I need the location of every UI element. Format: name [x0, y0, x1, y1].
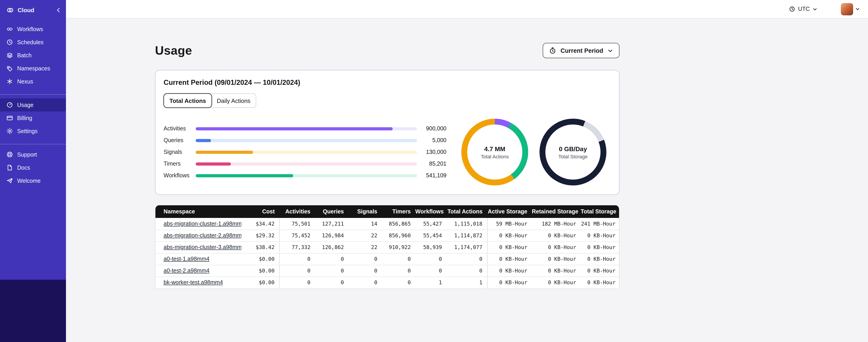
sidebar-item-batch[interactable]: Batch — [0, 49, 66, 62]
table-row: abs-migration-cluster-3.a98mm4$38.4277,3… — [155, 241, 619, 253]
cell-workflows: 58,939 — [415, 241, 446, 253]
period-selector-label: Current Period — [560, 47, 603, 54]
cell-timers: 910,922 — [382, 241, 415, 253]
column-header-signals: Signals — [348, 205, 382, 218]
namespace-link[interactable]: abs-migration-cluster-3.a98mm4 — [163, 244, 241, 250]
cell-namespace: abs-migration-cluster-1.a98mm4 — [155, 218, 241, 230]
clock-icon — [789, 6, 796, 12]
bar-fill — [196, 174, 293, 177]
cell-workflows: 0 — [415, 265, 446, 277]
cell-total-storage: 0 KB-Hour — [581, 277, 619, 288]
sidebar-item-label: Nexus — [17, 78, 33, 84]
timezone-selector[interactable]: UTC — [789, 6, 817, 12]
column-header-activities: Activities — [279, 205, 315, 218]
cell-active-storage: 59 MB-Hour — [487, 218, 532, 230]
namespace-link[interactable]: a0-test-2.a98mm4 — [163, 268, 210, 274]
cell-signals: 22 — [348, 241, 382, 253]
sidebar-item-label: Settings — [17, 128, 37, 134]
total-storage-donut: 0 GB/Day Total Storage — [539, 119, 607, 185]
cell-total-storage: 0 KB-Hour — [581, 253, 619, 265]
cell-retained-storage: 0 KB-Hour — [532, 253, 581, 265]
sidebar-footer — [0, 280, 66, 342]
bar-track — [196, 150, 417, 153]
cell-signals: 0 — [348, 253, 382, 265]
sidebar-item-workflows[interactable]: Workflows — [0, 23, 66, 36]
usage-table-body: abs-migration-cluster-1.a98mm4$34.4275,5… — [155, 218, 619, 288]
cell-signals: 0 — [348, 265, 382, 277]
cell-total-actions: 1,115,018 — [446, 218, 487, 230]
usage-table-header-row: NamespaceCostActivitiesQueriesSignalsTim… — [155, 205, 619, 218]
sidebar-item-docs[interactable]: Docs — [0, 161, 66, 174]
topbar: UTC — [66, 0, 868, 19]
settings-icon — [6, 128, 13, 134]
total-actions-donut: 4.7 MM Total Actions — [461, 119, 528, 185]
cell-total-actions: 0 — [446, 265, 487, 277]
bar-value: 5,000 — [417, 137, 446, 143]
cell-workflows: 55,454 — [415, 230, 446, 241]
batch-icon — [6, 52, 13, 59]
bar-track — [196, 127, 417, 130]
cell-total-storage: 241 MB-Hour — [581, 218, 619, 230]
docs-icon — [6, 164, 13, 171]
chevron-down-icon — [607, 47, 613, 54]
cell-retained-storage: 0 KB-Hour — [532, 265, 581, 277]
billing-icon — [6, 114, 13, 122]
cell-retained-storage: 0 KB-Hour — [532, 277, 581, 288]
bar-row-workflows: Workflows541,109 — [163, 170, 446, 181]
bar-fill — [196, 150, 253, 153]
sidebar-item-welcome[interactable]: Welcome — [0, 174, 66, 187]
sidebar-item-billing[interactable]: Billing — [0, 111, 66, 125]
cell-retained-storage: 0 KB-Hour — [532, 241, 581, 253]
bar-row-timers: Timers85,201 — [163, 158, 446, 170]
namespace-link[interactable]: a0-test-1.a98mm4 — [163, 256, 210, 262]
page-head: Usage Current Period — [155, 43, 619, 58]
tab-daily-actions[interactable]: Daily Actions — [212, 94, 256, 107]
column-header-total-storage: Total Storage — [581, 205, 619, 218]
bar-row-queries: Queries5,000 — [163, 134, 446, 146]
bar-row-signals: Signals130,000 — [163, 146, 446, 158]
column-header-queries: Queries — [315, 205, 348, 218]
cell-activities: 0 — [279, 265, 315, 277]
table-row: abs-migration-cluster-2.a98mm4$29.3275,4… — [155, 230, 619, 241]
user-menu[interactable] — [841, 3, 860, 15]
cell-cost: $0.00 — [241, 277, 279, 288]
cell-total-storage: 0 KB-Hour — [581, 241, 619, 253]
donut-sublabel: Total Actions — [481, 153, 509, 159]
sidebar-item-schedules[interactable]: Schedules — [0, 36, 66, 49]
namespace-link[interactable]: abs-migration-cluster-1.a98mm4 — [163, 220, 241, 227]
period-selector-button[interactable]: Current Period — [543, 43, 619, 58]
cell-queries: 0 — [315, 253, 348, 265]
page-title: Usage — [155, 43, 192, 58]
sidebar-item-label: Schedules — [17, 39, 43, 45]
timezone-label: UTC — [798, 6, 810, 12]
sidebar-item-namespaces[interactable]: Namespaces — [0, 62, 66, 75]
cell-timers: 856,960 — [382, 230, 415, 241]
tab-total-actions[interactable]: Total Actions — [164, 94, 212, 107]
sidebar-item-settings[interactable]: Settings — [0, 125, 66, 138]
namespace-link[interactable]: abs-migration-cluster-2.a98mm4 — [163, 232, 241, 239]
cell-queries: 0 — [315, 265, 348, 277]
cell-namespace: bk-worker-test.a98mm4 — [155, 277, 241, 288]
sidebar-item-usage[interactable]: Usage — [0, 98, 66, 111]
bar-track — [196, 174, 417, 177]
bar-track — [196, 139, 417, 142]
cell-namespace: abs-migration-cluster-2.a98mm4 — [155, 230, 241, 241]
user-avatar — [841, 3, 853, 15]
column-header-cost: Cost — [241, 205, 279, 218]
temporal-cloud-logo-icon — [6, 6, 14, 14]
column-header-total-actions: Total Actions — [446, 205, 487, 218]
bar-value: 900,000 — [417, 126, 446, 132]
table-row: a0-test-1.a98mm4$0.000000000 KB-Hour0 KB… — [155, 253, 619, 265]
cell-activities: 0 — [279, 277, 315, 288]
cell-active-storage: 0 KB-Hour — [487, 241, 532, 253]
sidebar-collapse-button[interactable] — [56, 7, 61, 13]
sidebar-item-support[interactable]: Support — [0, 148, 66, 161]
cell-workflows: 1 — [415, 277, 446, 288]
column-header-namespace: Namespace — [155, 205, 241, 218]
bar-row-activities: Activities900,000 — [163, 123, 446, 134]
sidebar-item-nexus[interactable]: Nexus — [0, 75, 66, 88]
cell-signals: 0 — [348, 277, 382, 288]
namespace-link[interactable]: bk-worker-test.a98mm4 — [163, 279, 223, 285]
donut-value: 4.7 MM — [484, 145, 505, 152]
bar-label: Queries — [163, 137, 196, 143]
